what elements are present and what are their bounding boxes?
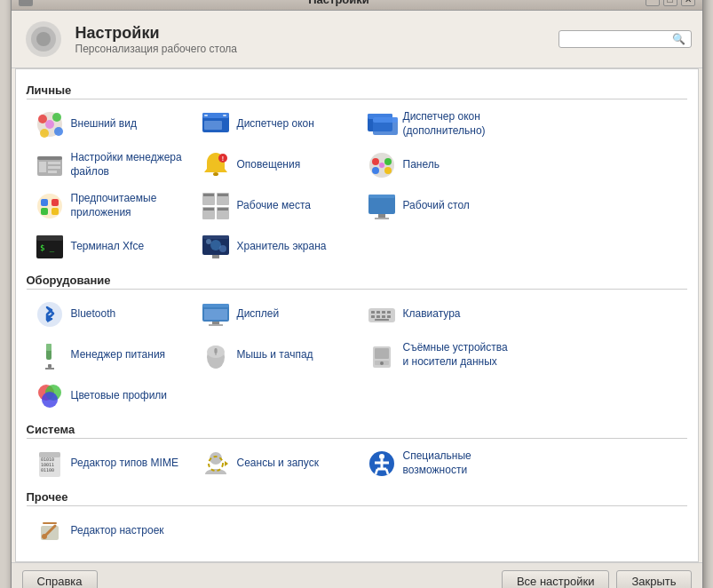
- item-wm[interactable]: Диспетчер окон: [193, 105, 357, 144]
- svg-point-87: [380, 362, 384, 365]
- item-wm-extra[interactable]: Диспетчер окон (дополнительно): [359, 105, 523, 144]
- item-removable[interactable]: Съёмные устройства и носители данных: [359, 336, 523, 375]
- item-notifications[interactable]: ! Оповещения: [193, 146, 357, 185]
- svg-text:01100: 01100: [41, 467, 54, 473]
- power-icon: [34, 339, 66, 371]
- svg-point-3: [36, 32, 51, 46]
- svg-rect-70: [387, 311, 391, 314]
- wm-extra-label: Диспетчер окон (дополнительно): [403, 110, 516, 138]
- svg-rect-46: [218, 208, 228, 211]
- svg-rect-20: [37, 156, 62, 160]
- header: Настройки Персонализация рабочего стола …: [12, 11, 702, 68]
- window-controls: − □ ✕: [646, 0, 695, 6]
- svg-point-31: [372, 167, 379, 174]
- screensaver-icon: [200, 231, 232, 263]
- item-mouse[interactable]: Мышь и тачпад: [193, 336, 357, 375]
- help-button[interactable]: Справка: [22, 570, 98, 588]
- item-mime[interactable]: 01010 10011 01100 Редактор типов MIME: [27, 444, 191, 483]
- header-text: Настройки Персонализация рабочего стола: [75, 24, 548, 55]
- keyboard-label: Клавиатура: [403, 307, 461, 322]
- settings-editor-label: Редактор настроек: [71, 524, 164, 538]
- close-button[interactable]: Закрыть: [616, 570, 691, 588]
- svg-rect-85: [375, 348, 389, 359]
- preferred-apps-label: Предпочитаемые приложения: [71, 192, 184, 219]
- svg-rect-49: [378, 214, 385, 218]
- svg-rect-38: [51, 208, 59, 215]
- footer-left: Справка: [22, 570, 495, 588]
- removable-icon: [366, 339, 398, 371]
- svg-rect-13: [223, 115, 226, 116]
- accessibility-icon: [366, 448, 398, 480]
- keyboard-icon: [366, 298, 398, 330]
- svg-point-30: [384, 158, 392, 165]
- removable-label: Съёмные устройства и носители данных: [403, 341, 516, 369]
- search-box[interactable]: 🔍: [559, 30, 692, 48]
- mime-label: Редактор типов MIME: [71, 457, 178, 471]
- session-label: Сеансы и запуск: [237, 457, 319, 471]
- svg-rect-69: [382, 311, 385, 314]
- item-bluetooth[interactable]: Bluetooth: [27, 295, 191, 334]
- svg-rect-25: [213, 172, 218, 176]
- svg-rect-68: [376, 311, 380, 314]
- terminal-label: Терминал Xfce: [71, 240, 145, 254]
- personal-items: Внешний вид Диспетчер окон: [27, 105, 687, 266]
- svg-rect-74: [387, 315, 391, 318]
- svg-point-33: [379, 163, 384, 168]
- item-preferred-apps[interactable]: Предпочитаемые приложения: [27, 187, 191, 226]
- item-accessibility[interactable]: Специальные возможности: [359, 444, 523, 483]
- item-terminal[interactable]: $ _ Терминал Xfce: [27, 227, 191, 266]
- svg-rect-62: [202, 304, 229, 307]
- item-settings-editor[interactable]: Редактор настроек: [27, 512, 191, 551]
- appearance-icon: [34, 108, 66, 140]
- file-manager-icon: [34, 149, 66, 181]
- hardware-items: Bluetooth Дисплей: [27, 295, 687, 416]
- svg-rect-65: [209, 324, 223, 326]
- svg-rect-71: [371, 315, 375, 318]
- close-button[interactable]: ✕: [681, 0, 695, 6]
- content-area: Личные Внешний вид: [15, 68, 699, 562]
- svg-rect-64: [212, 322, 219, 324]
- svg-rect-72: [376, 315, 380, 318]
- item-file-manager[interactable]: Настройки менеджера файлов: [27, 146, 191, 185]
- minimize-button[interactable]: −: [646, 0, 660, 6]
- app-icon: [19, 0, 33, 6]
- item-desktop[interactable]: Рабочий стол: [359, 187, 523, 226]
- item-color[interactable]: Цветовые профили: [27, 377, 191, 416]
- item-screensaver[interactable]: Хранитель экрана: [193, 227, 357, 266]
- item-session[interactable]: Сеансы и запуск: [193, 444, 357, 483]
- svg-rect-63: [204, 309, 227, 320]
- search-input[interactable]: [565, 33, 672, 45]
- item-display[interactable]: Дисплей: [193, 295, 357, 334]
- notifications-icon: !: [200, 149, 232, 181]
- item-keyboard[interactable]: Клавиатура: [359, 295, 523, 334]
- svg-rect-24: [48, 171, 57, 173]
- color-icon: [34, 380, 66, 412]
- svg-rect-14: [204, 121, 222, 130]
- wm-extra-icon: [366, 108, 398, 140]
- svg-rect-50: [375, 218, 389, 219]
- svg-point-0: [20, 0, 31, 4]
- wm-icon: [200, 108, 232, 140]
- workspaces-icon: [200, 190, 232, 222]
- svg-point-29: [372, 158, 379, 165]
- maximize-button[interactable]: □: [663, 0, 677, 6]
- terminal-icon: $ _: [34, 231, 66, 263]
- svg-rect-35: [41, 199, 48, 206]
- svg-point-34: [37, 194, 62, 219]
- svg-point-57: [219, 245, 226, 252]
- header-icon: [22, 18, 65, 60]
- item-workspaces[interactable]: Рабочие места: [193, 187, 357, 226]
- item-power[interactable]: Менеджер питания: [27, 336, 191, 375]
- mouse-icon: [200, 339, 232, 371]
- item-panel[interactable]: Панель: [359, 146, 523, 185]
- display-icon: [200, 298, 232, 330]
- svg-rect-48: [368, 195, 395, 198]
- notifications-label: Оповещения: [237, 158, 301, 172]
- session-icon: [200, 448, 232, 480]
- footer: Справка Все настройки Закрыть: [12, 562, 702, 588]
- svg-text:!: !: [221, 155, 223, 162]
- bluetooth-label: Bluetooth: [71, 307, 116, 322]
- item-appearance[interactable]: Внешний вид: [27, 105, 191, 144]
- svg-rect-12: [204, 115, 208, 116]
- all-settings-button[interactable]: Все настройки: [502, 570, 610, 588]
